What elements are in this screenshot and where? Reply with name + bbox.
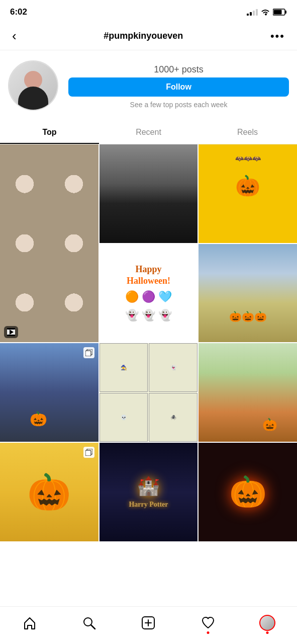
tabs-container: Top Recent Reels xyxy=(0,121,297,144)
comic-panel-1: 🧙‍♀️ xyxy=(100,343,148,392)
grid-item-pumpkin-toy[interactable] xyxy=(0,443,98,541)
search-icon xyxy=(82,616,96,630)
comic-panel-4: 🕷️ xyxy=(149,393,197,442)
comic-panel-3: 💀 xyxy=(100,393,148,442)
svg-line-12 xyxy=(91,625,95,629)
svg-rect-6 xyxy=(7,335,15,336)
grid-item-gym[interactable] xyxy=(100,144,198,243)
avatar-image xyxy=(9,61,57,110)
reel-badge xyxy=(4,326,18,338)
nav-create-button[interactable] xyxy=(137,612,159,634)
grid-item-happy-halloween[interactable]: Happy Halloween! 🟠 🟣 🩵 xyxy=(100,244,198,343)
grid-item-door[interactable] xyxy=(0,343,98,442)
grid-item-family-pumpkins[interactable] xyxy=(199,343,297,442)
follow-button[interactable]: Follow xyxy=(68,77,289,97)
multi-image-badge-2 xyxy=(83,447,94,458)
avatar xyxy=(8,60,58,111)
home-icon xyxy=(23,616,37,630)
svg-rect-10 xyxy=(85,450,91,456)
profile-info: 1000+ posts Follow See a few top posts e… xyxy=(68,62,289,109)
tab-recent[interactable]: Recent xyxy=(99,121,198,144)
grid-item-comic[interactable]: 🧙‍♀️ 👻 💀 🕷️ xyxy=(100,343,198,442)
image-grid: Happy Halloween! 🟠 🟣 🩵 🧙‍♀️ 👻 💀 🕷️ xyxy=(0,144,297,541)
nav-home-button[interactable] xyxy=(19,612,41,634)
nav-title: #pumpkinyoueven xyxy=(104,31,183,41)
grid-image-comic: 🧙‍♀️ 👻 💀 🕷️ xyxy=(100,343,198,442)
status-icons xyxy=(247,9,287,16)
tab-reels[interactable]: Reels xyxy=(198,121,297,144)
status-bar: 6:02 xyxy=(0,0,297,22)
nav-search-button[interactable] xyxy=(78,612,100,634)
profile-section: 1000+ posts Follow See a few top posts e… xyxy=(0,50,297,117)
svg-rect-8 xyxy=(85,351,91,356)
grid-image-halloween-poster xyxy=(199,144,297,243)
grid-image-pumpkin-carving xyxy=(199,443,297,541)
profile-notification-dot xyxy=(266,631,268,634)
grid-item-pumpkin-carving[interactable] xyxy=(199,443,297,541)
battery-icon xyxy=(273,9,287,16)
signal-icon xyxy=(247,9,258,16)
create-icon xyxy=(141,616,155,630)
profile-nav-avatar xyxy=(259,615,275,631)
svg-rect-1 xyxy=(285,11,286,14)
grid-image-door xyxy=(0,343,98,442)
grid-image-pumpkin-toy xyxy=(0,443,98,541)
svg-rect-5 xyxy=(7,328,15,330)
wifi-icon xyxy=(261,9,270,16)
nav-profile-button[interactable] xyxy=(256,612,278,634)
grid-image-cookies xyxy=(0,144,98,342)
activity-notification-dot xyxy=(207,631,209,634)
nav-activity-button[interactable] xyxy=(197,612,219,634)
heart-icon xyxy=(201,616,215,630)
svg-rect-2 xyxy=(274,10,282,15)
grid-image-happy-halloween: Happy Halloween! 🟠 🟣 🩵 xyxy=(100,244,198,343)
posts-count: 1000+ posts xyxy=(154,62,204,75)
comic-panel-2: 👻 xyxy=(149,343,197,392)
top-nav: ‹ #pumpkinyoueven ••• xyxy=(0,22,297,50)
grid-item-harry-potter[interactable] xyxy=(100,443,198,541)
grid-item-pumpkin-patch[interactable] xyxy=(199,244,297,343)
grid-image-family-pumpkins xyxy=(199,343,297,442)
grid-item-cookies[interactable] xyxy=(0,144,98,342)
bottom-nav xyxy=(0,606,297,644)
back-button[interactable]: ‹ xyxy=(8,26,21,46)
grid-item-halloween-poster[interactable] xyxy=(199,144,297,243)
grid-image-gym xyxy=(100,144,198,243)
grid-image-pumpkin-patch xyxy=(199,244,297,343)
tab-top[interactable]: Top xyxy=(0,121,99,144)
more-button[interactable]: ••• xyxy=(266,28,289,45)
status-time: 6:02 xyxy=(10,7,27,17)
multi-image-badge xyxy=(83,347,94,358)
follow-subtitle: See a few top posts each week xyxy=(130,101,228,109)
grid-image-harry-potter xyxy=(100,443,198,541)
